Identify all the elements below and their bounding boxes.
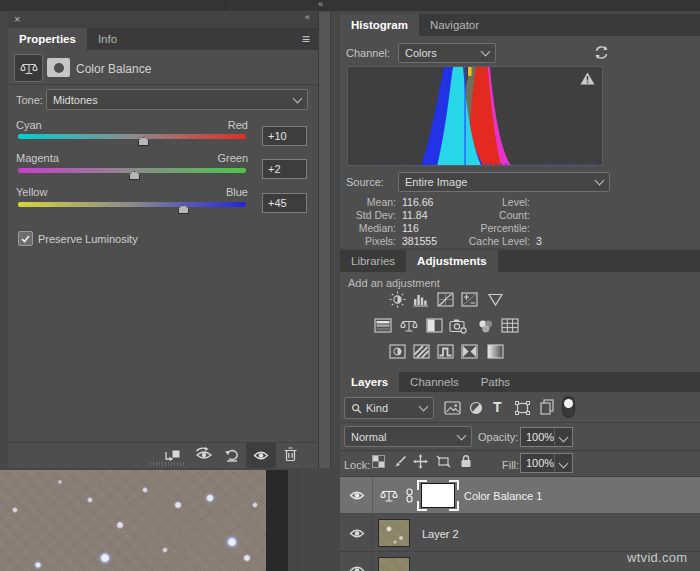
lock-all-icon[interactable]: [460, 454, 472, 468]
layer-visibility-eye-icon[interactable]: [349, 565, 365, 571]
adjustment-title: Color Balance: [76, 62, 151, 76]
tab-adjustments[interactable]: Adjustments: [406, 250, 498, 272]
layer-thumbnail[interactable]: [378, 557, 410, 571]
tab-channels[interactable]: Channels: [399, 372, 470, 392]
yellow-blue-value[interactable]: +45: [262, 193, 307, 213]
layer-name[interactable]: Color Balance 1: [464, 490, 542, 502]
tab-libraries[interactable]: Libraries: [340, 250, 406, 272]
layer-visibility-eye-icon[interactable]: [349, 490, 365, 501]
adjustment-brightness-contrast-icon[interactable]: [386, 291, 408, 308]
adjustment-curves-icon[interactable]: [434, 291, 456, 308]
magenta-green-value[interactable]: +2: [262, 159, 307, 179]
chevron-down-icon: [293, 93, 303, 103]
tab-properties[interactable]: Properties: [8, 28, 87, 50]
lock-position-icon[interactable]: [413, 454, 428, 469]
adjustment-photo-filter-icon[interactable]: [447, 317, 469, 334]
adjustment-threshold-icon[interactable]: [434, 343, 456, 360]
stat-label: Percentile:: [430, 222, 530, 234]
layer-mask-icon[interactable]: [47, 58, 70, 77]
fill-label: Fill:: [502, 459, 519, 471]
adjustment-hue-saturation-icon[interactable]: [372, 317, 394, 334]
fill-input[interactable]: 100%: [520, 453, 573, 473]
panel-resize-grip[interactable]: [150, 462, 186, 466]
filter-toggle[interactable]: [562, 396, 575, 418]
canvas-star-field[interactable]: [0, 470, 266, 571]
stat-value: 11.84: [402, 209, 428, 221]
stat-label: Median:: [340, 222, 396, 234]
chevron-down-icon: [595, 176, 605, 186]
cyan-red-slider-track[interactable]: [18, 134, 246, 139]
filter-smart-objects-icon[interactable]: [540, 399, 554, 415]
tab-paths[interactable]: Paths: [470, 372, 521, 392]
stat-value: 3: [536, 235, 542, 247]
clip-to-layer-button[interactable]: [164, 448, 181, 463]
tab-navigator[interactable]: Navigator: [419, 14, 490, 36]
filter-type-layers-icon[interactable]: T: [493, 399, 502, 415]
source-label: Source:: [346, 176, 384, 188]
dock-seam: [225, 0, 226, 11]
toggle-visibility-button[interactable]: [246, 443, 276, 468]
layer-name[interactable]: Layer 2: [422, 528, 459, 540]
adjustment-vibrance-icon[interactable]: [484, 291, 506, 308]
properties-scrollbar[interactable]: [318, 12, 331, 468]
lock-artboard-icon[interactable]: [436, 455, 451, 468]
adjustment-black-white-icon[interactable]: [423, 317, 445, 334]
stat-label: Std Dev:: [340, 209, 396, 221]
layer-mask-thumbnail[interactable]: [417, 480, 459, 511]
preserve-luminosity-label: Preserve Luminosity: [38, 233, 138, 245]
opacity-input[interactable]: 100%: [520, 427, 573, 447]
filter-kind-select[interactable]: Kind: [344, 397, 434, 419]
tab-histogram[interactable]: Histogram: [340, 14, 419, 36]
histogram-tabbar: Histogram Navigator: [340, 14, 700, 36]
mask-link-icon[interactable]: [405, 488, 414, 503]
adjustment-levels-icon[interactable]: [410, 291, 432, 308]
adjustment-posterize-icon[interactable]: [410, 343, 432, 360]
blend-mode-select[interactable]: Normal: [344, 426, 472, 447]
filter-adjustment-layers-icon[interactable]: [469, 401, 483, 415]
cyan-red-value[interactable]: +10: [262, 126, 307, 146]
adjustment-channel-mixer-icon[interactable]: [474, 317, 496, 334]
lock-transparency-icon[interactable]: [372, 455, 385, 468]
magenta-green-slider-track[interactable]: [18, 168, 246, 173]
color-balance-layer-icon: [380, 488, 398, 503]
adjustment-gradient-map-icon[interactable]: [484, 343, 506, 360]
adjustment-color-balance-icon[interactable]: [398, 317, 420, 334]
filter-pixel-layers-icon[interactable]: [444, 401, 461, 415]
delete-adjustment-button[interactable]: [283, 446, 298, 463]
stat-value: 116.66: [402, 196, 433, 208]
layer-row-color-balance[interactable]: Color Balance 1: [340, 477, 700, 514]
channel-select[interactable]: Colors: [398, 43, 496, 63]
tab-layers[interactable]: Layers: [340, 372, 399, 392]
preserve-luminosity-checkbox[interactable]: [18, 231, 33, 246]
view-previous-state-button[interactable]: [194, 447, 214, 463]
collapse-dock-icon[interactable]: «: [318, 0, 323, 9]
adjustment-color-lookup-icon[interactable]: [499, 317, 521, 334]
adjustment-selective-color-icon[interactable]: [458, 343, 480, 360]
layer-thumbnail[interactable]: [378, 519, 410, 547]
slider-labels-magenta-green: Magenta Green: [16, 152, 248, 164]
adjustment-invert-icon[interactable]: [386, 343, 408, 360]
reset-adjustment-button[interactable]: [224, 447, 240, 463]
tab-info[interactable]: Info: [87, 28, 128, 50]
adjustment-exposure-icon[interactable]: [458, 291, 480, 308]
layer-row-layer-2[interactable]: Layer 2: [340, 514, 700, 552]
yellow-blue-slider-track[interactable]: [18, 202, 246, 207]
stat-label: Level:: [430, 196, 530, 208]
chevron-down-icon: [457, 430, 467, 440]
lock-pixels-icon[interactable]: [394, 455, 407, 468]
canvas-pasteboard: [266, 470, 288, 571]
panel-menu-icon[interactable]: ≡: [302, 31, 310, 47]
watermark: wtvid.com: [627, 550, 688, 565]
warning-icon[interactable]: [580, 72, 595, 85]
close-icon[interactable]: ×: [14, 13, 20, 25]
chevron-down-icon: [419, 402, 429, 412]
refresh-histogram-button[interactable]: [594, 45, 609, 60]
tone-select[interactable]: Midtones: [46, 89, 308, 110]
chevron-down-icon: [481, 47, 491, 57]
source-select[interactable]: Entire Image: [398, 172, 610, 192]
collapse-panel-icon[interactable]: «: [305, 12, 310, 22]
filter-shape-layers-icon[interactable]: [515, 401, 530, 415]
divider: [8, 84, 318, 85]
layer-visibility-eye-icon[interactable]: [349, 528, 365, 539]
search-icon: [351, 403, 362, 414]
